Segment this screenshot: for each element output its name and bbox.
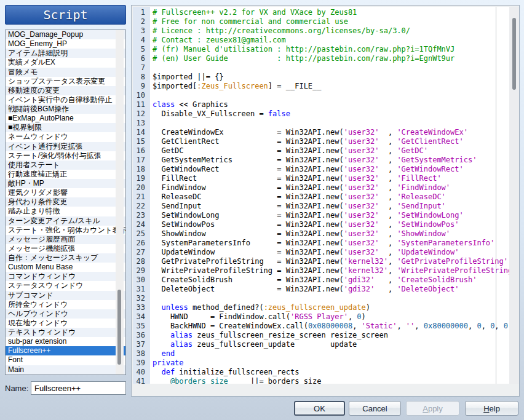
script-list-item[interactable]: 使用者ステート bbox=[6, 160, 125, 170]
code-editor[interactable]: 1# Fullscreen++ v2.2 for VX and VXace by… bbox=[131, 5, 520, 397]
code-line[interactable]: 37 alias zeus_fullscreen_update update bbox=[133, 340, 509, 349]
code-text: HWND = FindWindow.call('RGSS Player', 0) bbox=[153, 312, 366, 322]
code-surface[interactable]: 1# Fullscreen++ v2.2 for VX and VXace by… bbox=[133, 7, 509, 384]
cancel-button[interactable]: Cancel bbox=[349, 401, 401, 416]
code-text: CreateWindowEx = Win32API.new('user32' ,… bbox=[153, 128, 468, 137]
editor-scrollbar-thumb[interactable] bbox=[512, 18, 516, 90]
code-line[interactable]: 20 FindWindow = Win32API.new('user32' , … bbox=[133, 183, 509, 192]
code-line[interactable]: 21 ReleaseDC = Win32API.new('user32' , '… bbox=[133, 192, 509, 202]
code-line[interactable]: 10 bbox=[133, 91, 509, 100]
code-line[interactable]: 5# (fr) Manuel d'utilisation : http://pa… bbox=[133, 45, 509, 54]
code-text: FillRect = Win32API.new('user32' , 'Fill… bbox=[153, 174, 442, 183]
script-list-item[interactable]: イベント実行中の自律移動停止 bbox=[6, 95, 125, 105]
code-line[interactable]: 17 GetSystemMetrics = Win32API.new('user… bbox=[133, 156, 509, 165]
code-line[interactable]: 30 CreateSolidBrush = Win32API.new('gdi3… bbox=[133, 275, 509, 285]
code-line[interactable]: 19 FillRect = Win32API.new('user32' , 'F… bbox=[133, 174, 509, 183]
code-line[interactable]: 26 SystemParametersInfo = Win32API.new('… bbox=[133, 239, 509, 248]
script-list-item[interactable]: ■ExMap_AutoPlane bbox=[6, 114, 125, 123]
code-line[interactable]: 14 CreateWindowEx = Win32API.new('user32… bbox=[133, 128, 509, 137]
code-line[interactable]: 18 GetWindowRect = Win32API.new('user32'… bbox=[133, 165, 509, 174]
code-line[interactable]: 25 ShowWindow = Win32API.new('user32' , … bbox=[133, 229, 509, 239]
code-line[interactable]: 11class << Graphics bbox=[133, 100, 509, 109]
script-editor-dialog: Script MOG_Damage_PopupMOG_Enemy_HPアイテム詳… bbox=[0, 0, 524, 420]
script-list-item[interactable]: サブコマンド bbox=[6, 291, 125, 300]
script-list-item[interactable]: 実績メダルEX bbox=[6, 58, 125, 67]
margin-guide-line bbox=[496, 7, 496, 384]
editor-scrollbar[interactable] bbox=[509, 7, 519, 384]
script-list-item[interactable]: 敵HP・MP bbox=[6, 179, 125, 188]
code-line[interactable]: 8$imported ||= {} bbox=[133, 73, 509, 82]
script-list-item[interactable]: コマンドウィンドウ bbox=[6, 272, 125, 281]
code-line[interactable]: 41 @borders_size ||= borders_size bbox=[133, 377, 509, 384]
script-list-item[interactable]: ステート・強化・弱体カウント表示 bbox=[6, 226, 125, 235]
script-list-item[interactable]: Fullscreen++ bbox=[6, 346, 125, 355]
script-list-item[interactable]: ステータスウィンドウ bbox=[6, 281, 125, 290]
code-line[interactable]: 13 bbox=[133, 119, 509, 128]
code-line[interactable]: 6# (en) User Guide : http://pastebin.com… bbox=[133, 54, 509, 63]
script-list-item[interactable]: イベント通行判定拡張 bbox=[6, 142, 125, 151]
script-name-input[interactable] bbox=[31, 381, 126, 395]
script-list-item[interactable]: Font bbox=[6, 355, 125, 365]
code-line[interactable]: 33 unless method_defined?(:zeus_fullscre… bbox=[133, 303, 509, 312]
script-list-item[interactable]: Custom Menu Base bbox=[6, 263, 125, 272]
script-list-item[interactable]: ネームウィンドウ bbox=[6, 132, 125, 141]
script-list-item[interactable]: ヘルプウィンドウ bbox=[6, 309, 125, 319]
script-list-item[interactable]: ステート/強化/弱体付与拡張 bbox=[6, 151, 125, 160]
code-line[interactable]: 16 GetDC = Win32API.new('user32' , 'GetD… bbox=[133, 146, 509, 156]
script-list-item[interactable]: sub-par extension bbox=[6, 337, 125, 346]
code-line[interactable]: 40 def initialize_fullscreen_rects bbox=[133, 368, 509, 377]
code-line[interactable]: 22 SendInput = Win32API.new('user32' , '… bbox=[133, 202, 509, 211]
script-list-item[interactable]: 現在地ウィンドウ bbox=[6, 319, 125, 328]
code-line[interactable]: 23 SetWindowLong = Win32API.new('user32'… bbox=[133, 211, 509, 220]
script-list-item[interactable]: 行動速度補正矯正 bbox=[6, 170, 125, 179]
code-text: GetPrivateProfileString = Win32API.new('… bbox=[153, 257, 508, 266]
line-number: 36 bbox=[133, 331, 148, 340]
code-line[interactable]: 28 GetPrivateProfileString = Win32API.ne… bbox=[133, 257, 509, 266]
code-line[interactable]: 3# Licence : http://creativecommons.org/… bbox=[133, 26, 509, 36]
script-list-item[interactable]: 冒険メモ bbox=[6, 68, 125, 77]
script-list-item[interactable]: MOG_Damage_Popup bbox=[6, 30, 125, 39]
code-line[interactable]: 29 WritePrivateProfileString = Win32API.… bbox=[133, 266, 509, 275]
code-line[interactable]: 27 UpdateWindow = Win32API.new('user32' … bbox=[133, 248, 509, 257]
script-list-item[interactable]: ショップステータス表示変更 bbox=[6, 77, 125, 86]
code-line[interactable]: 38 end bbox=[133, 349, 509, 359]
script-list-item[interactable]: テキストウィンドウ bbox=[6, 328, 125, 337]
script-list-item[interactable]: アイテム詳細説明 bbox=[6, 49, 125, 58]
script-list-item[interactable]: ターン変更アイテム/スキル bbox=[6, 216, 125, 226]
code-line[interactable]: 32 bbox=[133, 294, 509, 303]
script-list-item[interactable]: 所持金ウィンドウ bbox=[6, 300, 125, 309]
script-list-item[interactable]: MOG_Enemy_HP bbox=[6, 39, 125, 49]
code-line[interactable]: 2# Free for non commercial and commercia… bbox=[133, 17, 509, 26]
script-list[interactable]: MOG_Damage_PopupMOG_Enemy_HPアイテム詳細説明実績メダ… bbox=[5, 30, 126, 375]
script-list-scrollbar[interactable] bbox=[116, 30, 124, 374]
code-line[interactable]: 31 DeleteObject = Win32API.new('gdi32' ,… bbox=[133, 285, 509, 294]
code-line[interactable]: 24 SetWindowPos = Win32API.new('user32' … bbox=[133, 220, 509, 229]
script-list-item[interactable]: 戦闘前後BGM操作 bbox=[6, 105, 125, 114]
script-list-item[interactable]: 移動速度の変更 bbox=[6, 86, 125, 95]
code-line[interactable]: 34 HWND = FindWindow.call('RGSS Player',… bbox=[133, 312, 509, 322]
code-line[interactable]: 39private bbox=[133, 359, 509, 368]
line-number: 33 bbox=[133, 303, 148, 312]
script-list-item[interactable]: 踏み止まり特徴 bbox=[6, 207, 125, 216]
code-line[interactable]: 1# Fullscreen++ v2.2 for VX and VXace by… bbox=[133, 8, 509, 17]
help-button[interactable]: Help bbox=[465, 401, 518, 416]
code-line[interactable]: 9$imported[:Zeus_Fullscreen] = __FILE__ bbox=[133, 82, 509, 91]
code-line[interactable]: 12 Disable_VX_Fullscreen = false bbox=[133, 109, 509, 119]
script-list-item[interactable]: メッセージ履歴画面 bbox=[6, 235, 125, 244]
line-number: 25 bbox=[133, 229, 148, 239]
code-line[interactable]: 35 BackHWND = CreateWindowEx.call(0x0800… bbox=[133, 322, 509, 331]
code-line[interactable]: 36 alias zeus_fullscreen_resize_screen r… bbox=[133, 331, 509, 340]
ok-button[interactable]: OK bbox=[294, 401, 345, 416]
script-list-item[interactable]: Main bbox=[6, 365, 125, 374]
code-line[interactable]: 4# Contact : zeusex81@gmail.com bbox=[133, 36, 509, 45]
code-line[interactable]: 15 GetClientRect = Win32API.new('user32'… bbox=[133, 137, 509, 146]
code-line[interactable]: 7 bbox=[133, 63, 509, 73]
script-list-item[interactable]: ■視界制限 bbox=[6, 123, 125, 132]
apply-button[interactable]: Apply bbox=[406, 401, 459, 416]
script-list-scrollbar-thumb[interactable] bbox=[117, 290, 121, 365]
code-text: alias zeus_fullscreen_resize_screen resi… bbox=[153, 331, 388, 340]
script-list-item[interactable]: 身代わり条件変更 bbox=[6, 197, 125, 207]
script-list-item[interactable]: メッセージ機能拡張 bbox=[6, 244, 125, 253]
script-list-item[interactable]: 自作：メッセージスキップ bbox=[6, 253, 125, 263]
script-list-item[interactable]: 運気クリダメ影響 bbox=[6, 188, 125, 197]
